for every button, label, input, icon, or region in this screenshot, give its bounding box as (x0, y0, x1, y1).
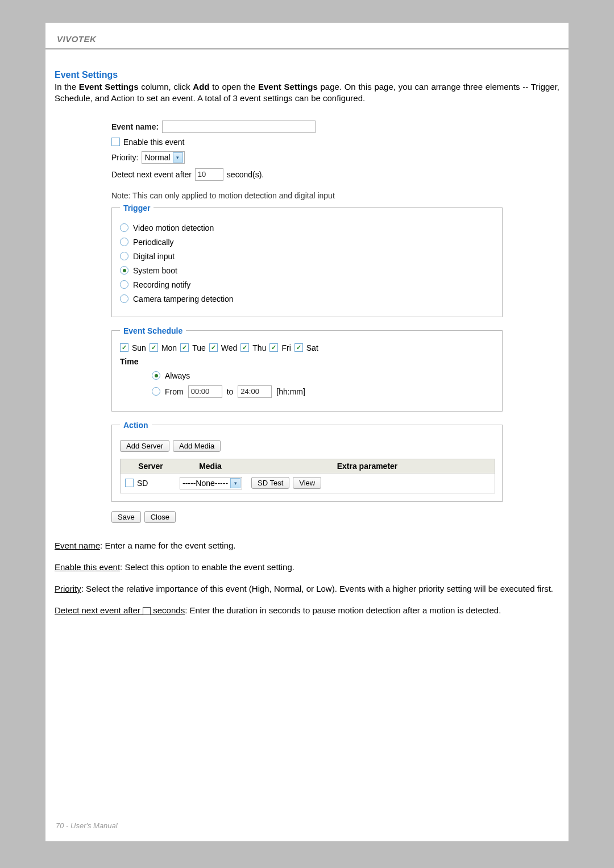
day-sat-label: Sat (306, 343, 318, 352)
trigger-option-camera-tampering[interactable]: Camera tampering detection (120, 294, 494, 304)
event-name-input[interactable] (162, 121, 316, 133)
intro-bold-2: Add (193, 82, 209, 92)
radio-icon (120, 223, 128, 232)
explain-underline: Priority (55, 584, 81, 593)
day-sun-checkbox[interactable] (120, 343, 128, 352)
day-thu-label: Thu (252, 343, 266, 352)
explain-underline: seconds (151, 605, 185, 615)
form-footer-buttons: Save Close (111, 511, 503, 523)
radio-icon (120, 238, 128, 246)
section-title: Event Settings (55, 70, 559, 80)
time-always-label: Always (165, 371, 190, 380)
add-server-button[interactable]: Add Server (120, 440, 169, 452)
manual-page: VIVOTEK Event Settings In the Event Sett… (45, 23, 569, 841)
action-buttons-row: Add Server Add Media (120, 440, 494, 452)
radio-icon (120, 252, 128, 260)
days-row: Sun Mon Tue Wed Thu Fri Sat (120, 343, 494, 352)
enable-event-checkbox[interactable] (111, 138, 120, 146)
explain-underline: Detect next event after (55, 605, 143, 615)
enable-event-label: Enable this event (123, 138, 184, 147)
schedule-legend: Event Schedule (120, 326, 186, 335)
view-button[interactable]: View (293, 477, 321, 489)
time-from-input[interactable] (188, 385, 222, 398)
detect-next-row: Detect next event after second(s). (111, 168, 503, 181)
explain-detect: Detect next event after seconds: Enter t… (55, 605, 559, 616)
explain-text: : Enter the duration in seconds to pause… (185, 605, 501, 615)
trigger-option-video-motion[interactable]: Video motion detection (120, 223, 494, 232)
detect-label-post: second(s). (227, 170, 264, 179)
blank-box-icon (143, 607, 151, 615)
chevron-down-icon: ▾ (230, 478, 240, 488)
cell-server: SD (125, 479, 176, 488)
day-wed-checkbox[interactable] (209, 343, 218, 352)
col-extra: Extra parameter (244, 462, 490, 471)
radio-icon (152, 371, 160, 380)
trigger-option-label: Camera tampering detection (133, 294, 234, 304)
day-tue-label: Tue (192, 343, 206, 352)
day-mon-checkbox[interactable] (150, 343, 158, 352)
brand-text: VIVOTEK (57, 34, 96, 44)
priority-value: Normal (144, 153, 170, 162)
explain-priority: Priority: Select the relative importance… (55, 583, 559, 595)
trigger-option-label: Video motion detection (133, 223, 214, 232)
chevron-down-icon: ▾ (173, 152, 183, 163)
time-from-to[interactable]: From to [hh:mm] (152, 385, 494, 398)
day-wed-label: Wed (221, 343, 238, 352)
trigger-option-recording-notify[interactable]: Recording notify (120, 280, 494, 289)
time-always[interactable]: Always (152, 371, 494, 380)
sd-label: SD (137, 479, 148, 488)
time-format-label: [hh:mm] (276, 387, 305, 396)
page-content: Event Settings In the Event Settings col… (45, 49, 569, 523)
media-value: -----None----- (182, 479, 228, 488)
explain-underline: Event name (55, 541, 100, 550)
sd-checkbox[interactable] (125, 479, 134, 487)
trigger-option-label: Digital input (133, 252, 175, 261)
priority-select[interactable]: Normal ▾ (142, 151, 184, 164)
trigger-option-digital-input[interactable]: Digital input (120, 252, 494, 261)
action-table: Server Media Extra parameter SD -----Non… (120, 459, 495, 493)
day-thu-checkbox[interactable] (240, 343, 249, 352)
explain-enable: Enable this event: Select this option to… (55, 562, 559, 573)
day-fri-label: Fri (281, 343, 291, 352)
page-footer: 70 - User's Manual (56, 821, 118, 830)
sd-test-button[interactable]: SD Test (251, 477, 289, 489)
trigger-option-label: Recording notify (133, 280, 190, 289)
save-button[interactable]: Save (111, 511, 141, 523)
day-sat-checkbox[interactable] (294, 343, 303, 352)
event-settings-form: Event name: Enable this event Priority: … (111, 121, 503, 523)
trigger-option-periodically[interactable]: Periodically (120, 238, 494, 247)
radio-icon (152, 387, 160, 396)
event-name-row: Event name: (111, 121, 503, 133)
explain-text: : Select this option to enable the event… (120, 562, 294, 572)
detect-seconds-input[interactable] (195, 168, 223, 181)
event-name-label: Event name: (111, 122, 159, 131)
note-text: Note: This can only applied to motion de… (111, 191, 503, 200)
priority-label: Priority: (111, 153, 138, 162)
close-button[interactable]: Close (144, 511, 176, 523)
trigger-group: Trigger Video motion detection Periodica… (111, 203, 503, 317)
day-fri-checkbox[interactable] (269, 343, 278, 352)
intro-bold-1: Event Settings (79, 82, 139, 92)
explanation-block: Event name: Enter a name for the event s… (45, 523, 569, 617)
day-tue-checkbox[interactable] (180, 343, 189, 352)
day-mon-label: Mon (161, 343, 177, 352)
page-header: VIVOTEK (45, 23, 569, 48)
to-label: to (227, 387, 234, 396)
time-to-input[interactable] (238, 385, 272, 398)
col-server: Server (125, 462, 176, 471)
trigger-option-system-boot[interactable]: System boot (120, 266, 494, 275)
detect-label-pre: Detect next event after (111, 170, 192, 179)
from-label: From (165, 387, 184, 396)
time-label: Time (120, 357, 494, 366)
intro-bold-3: Event Settings (258, 82, 318, 92)
trigger-option-label: Periodically (133, 238, 174, 247)
priority-row: Priority: Normal ▾ (111, 151, 503, 164)
day-sun-label: Sun (132, 343, 146, 352)
action-legend: Action (120, 421, 152, 430)
media-select[interactable]: -----None----- ▾ (180, 477, 242, 489)
explain-underline: Enable this event (55, 562, 120, 572)
cell-media: -----None----- ▾ (180, 477, 248, 489)
add-media-button[interactable]: Add Media (173, 440, 221, 452)
radio-icon (120, 294, 128, 303)
intro-paragraph: In the Event Settings column, click Add … (55, 81, 559, 105)
